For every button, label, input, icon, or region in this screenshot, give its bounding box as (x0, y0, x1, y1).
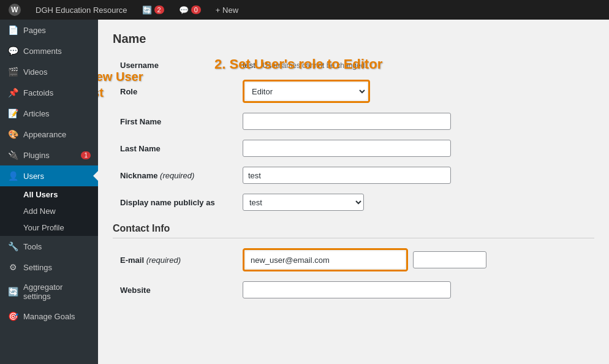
sidebar-item-label: Settings (23, 263, 52, 272)
sidebar-arrow (93, 171, 98, 181)
website-label: Website (120, 286, 151, 295)
nickname-row: Nickname (required) (113, 162, 594, 189)
sidebar-item-label: Videos (23, 67, 48, 77)
plugins-badge: 1 (81, 151, 91, 159)
contact-form: E-mail (required) Website (113, 243, 594, 303)
updates-icon: 🔄 (142, 6, 152, 15)
role-label: Role (120, 87, 137, 96)
sidebar-item-tools[interactable]: 🔧 Tools (0, 236, 98, 257)
sidebar-item-videos[interactable]: 🎬 Videos (0, 61, 98, 82)
username-label: Username (120, 61, 159, 70)
videos-icon: 🎬 (7, 66, 18, 77)
page-title: Name (113, 32, 594, 46)
sidebar-item-label: Users (23, 172, 44, 181)
sidebar-item-articles[interactable]: 📝 Articles (0, 103, 98, 124)
articles-icon: 📝 (7, 108, 18, 119)
users-submenu: All Users Add New Your Profile (0, 186, 98, 236)
lastname-label: Last Name (120, 144, 161, 153)
display-label: Display name publicly as (120, 198, 215, 207)
sidebar-item-label: Pages (23, 26, 46, 35)
sidebar-item-comments[interactable]: 💬 Comments (0, 40, 98, 61)
email-label: E-mail (required) (120, 256, 181, 265)
lastname-row: Last Name (113, 135, 594, 162)
settings-icon: ⚙ (7, 262, 18, 273)
comments-item[interactable]: 💬 0 (175, 0, 205, 20)
content-area: 1. Select the New Useron the user List 2… (98, 20, 609, 364)
plugins-icon: 🔌 (7, 150, 18, 161)
website-row: Website (113, 276, 594, 303)
admin-bar: W DGH Education Resource 🔄 2 💬 0 + New (0, 0, 609, 20)
sidebar-item-label: Comments (23, 47, 62, 56)
comments-count: 0 (191, 6, 201, 14)
main-layout: 📄 Pages 💬 Comments 🎬 Videos 📌 Factoids 📝… (0, 20, 609, 364)
submenu-add-new[interactable]: Add New (0, 203, 98, 219)
sidebar-item-settings[interactable]: ⚙ Settings (0, 257, 98, 278)
email-input[interactable] (246, 251, 405, 268)
manage-goals-icon: 🎯 (7, 311, 18, 322)
sidebar-item-label: Plugins (23, 151, 50, 160)
sidebar-item-label: Tools (23, 242, 42, 251)
sidebar-item-factoids[interactable]: 📌 Factoids (0, 82, 98, 103)
pages-icon: 📄 (7, 25, 18, 36)
updates-count: 2 (154, 6, 164, 14)
sidebar-item-label: Articles (23, 109, 50, 118)
appearance-icon: 🎨 (7, 129, 18, 140)
website-input[interactable] (243, 281, 451, 298)
email-highlight (243, 248, 408, 271)
sidebar-item-users[interactable]: 👤 Users (0, 165, 98, 186)
sidebar-item-label: Manage Goals (23, 312, 75, 321)
role-highlight: Editor Administrator Author Contributor … (243, 80, 370, 103)
email-row: E-mail (required) (113, 243, 594, 276)
role-select[interactable]: Editor Administrator Author Contributor … (246, 83, 367, 100)
new-label: + New (216, 6, 238, 15)
new-item[interactable]: + New (212, 0, 242, 20)
sidebar-item-plugins[interactable]: 🔌 Plugins 1 (0, 145, 98, 165)
email-input-full[interactable] (413, 251, 486, 268)
display-row: Display name publicly as test (113, 189, 594, 216)
comments-icon: 💬 (7, 45, 18, 56)
sidebar-item-manage-goals[interactable]: 🎯 Manage Goals (0, 306, 98, 327)
sidebar-item-label: Aggregator settings (23, 282, 91, 301)
sidebar: 📄 Pages 💬 Comments 🎬 Videos 📌 Factoids 📝… (0, 20, 98, 364)
role-row: Role Editor Administrator Author Contrib… (113, 75, 594, 108)
firstname-row: First Name (113, 108, 594, 135)
updates-item[interactable]: 🔄 2 (138, 0, 168, 20)
user-form: Username test Usernames cannot be change… (113, 56, 594, 216)
sidebar-item-appearance[interactable]: 🎨 Appearance (0, 124, 98, 145)
sidebar-item-aggregator[interactable]: 🔄 Aggregator settings (0, 278, 98, 306)
sidebar-item-label: Factoids (23, 88, 53, 97)
contact-section-title: Contact Info (113, 216, 594, 238)
username-value: test (243, 61, 255, 70)
username-row: Username test Usernames cannot be change… (113, 56, 594, 75)
firstname-input[interactable] (243, 113, 451, 130)
firstname-label: First Name (120, 117, 161, 126)
comments-icon: 💬 (179, 6, 189, 15)
username-note: Usernames cannot be changed. (263, 61, 367, 70)
users-icon: 👤 (7, 170, 18, 181)
nickname-label: Nickname (required) (120, 171, 194, 180)
display-select[interactable]: test (243, 194, 364, 211)
nickname-input[interactable] (243, 167, 451, 184)
tools-icon: 🔧 (7, 241, 18, 252)
factoids-icon: 📌 (7, 87, 18, 98)
site-name-item[interactable]: DGH Education Resource (32, 0, 131, 20)
sidebar-item-pages[interactable]: 📄 Pages (0, 20, 98, 40)
aggregator-icon: 🔄 (7, 286, 18, 297)
wp-logo-item[interactable]: W (5, 0, 25, 20)
site-name: DGH Education Resource (36, 6, 127, 15)
wp-logo: W (9, 4, 21, 16)
submenu-all-users[interactable]: All Users (0, 186, 98, 203)
submenu-your-profile[interactable]: Your Profile (0, 219, 98, 236)
sidebar-item-label: Appearance (23, 130, 66, 139)
lastname-input[interactable] (243, 140, 451, 157)
